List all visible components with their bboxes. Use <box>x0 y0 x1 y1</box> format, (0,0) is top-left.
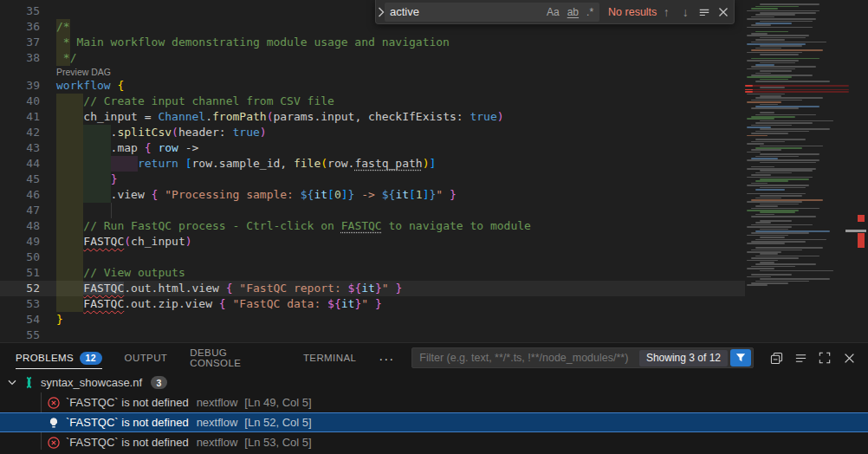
nextflow-file-icon <box>23 376 36 389</box>
regex-toggle[interactable]: .* <box>583 5 597 19</box>
problems-filter-box: Showing 3 of 12 <box>411 347 754 368</box>
line-number[interactable]: 40 <box>0 94 40 109</box>
code-line-45[interactable]: 45 } <box>0 172 745 187</box>
problems-count-badge: 12 <box>80 352 101 365</box>
line-number[interactable]: 53 <box>0 296 40 312</box>
problem-source: nextflow <box>197 416 238 429</box>
more-tabs-icon[interactable]: ··· <box>379 351 394 366</box>
code-line-53[interactable]: 53 FASTQC.out.zip.view { "FastQC data: $… <box>0 296 745 312</box>
line-number[interactable]: 35 <box>0 3 40 19</box>
minimap[interactable] <box>745 0 854 329</box>
line-number[interactable]: 42 <box>0 125 40 140</box>
code-text: FASTQC.out.zip.view { "FastQC data: ${it… <box>56 296 382 312</box>
chevron-down-icon[interactable] <box>5 379 19 386</box>
collapse-all-icon[interactable] <box>766 347 787 368</box>
indent-band <box>56 203 83 218</box>
code-line-41[interactable]: 41 ch_input = Channel.fromPath(params.in… <box>0 109 745 125</box>
code-lines[interactable]: 3536/*37 * Main workflow demonstrating m… <box>0 0 745 342</box>
whole-word-toggle[interactable]: ab <box>564 5 582 19</box>
codelens-preview-dag[interactable]: Preview DAG <box>56 66 111 78</box>
line-number[interactable]: 44 <box>0 156 40 172</box>
code-text: /* <box>56 19 70 35</box>
code-line-52[interactable]: 52 FASTQC.out.html.view { "FastQC report… <box>0 281 745 296</box>
tab-terminal[interactable]: TERMINAL <box>303 343 356 373</box>
problems-group-row[interactable]: syntax_showcase.nf 3 <box>0 373 868 392</box>
line-number[interactable]: 52 <box>0 281 40 296</box>
code-line-43[interactable]: 43 .map { row -> <box>0 140 745 156</box>
overview-ruler[interactable] <box>854 0 868 342</box>
find-next-button[interactable]: ↓ <box>676 3 695 22</box>
line-number[interactable]: 46 <box>0 187 40 203</box>
line-number[interactable]: 38 <box>0 50 40 66</box>
code-text: return [row.sample_id, file(row.fastq_pa… <box>56 156 436 172</box>
problem-row-3[interactable]: `FASTQC` is not definednextflow[Ln 53, C… <box>0 432 868 452</box>
code-line-37[interactable]: 37 * Main workflow demonstrating module … <box>0 35 745 50</box>
code-text: */ <box>56 50 76 66</box>
find-in-selection-button[interactable] <box>695 3 714 22</box>
match-case-toggle[interactable]: Aa <box>543 5 563 19</box>
code-line-44[interactable]: 44 return [row.sample_id, file(row.fastq… <box>0 156 745 172</box>
code-text: FASTQC.out.html.view { "FastQC report: $… <box>56 281 402 296</box>
group-file-name: syntax_showcase.nf <box>41 376 142 389</box>
code-line-38[interactable]: 38 */ <box>0 50 745 66</box>
line-number[interactable]: 49 <box>0 234 40 250</box>
code-text: .view { "Processing sample: ${it[0]} -> … <box>56 187 457 203</box>
line-number[interactable]: 47 <box>0 203 40 218</box>
line-number[interactable]: 54 <box>0 312 40 328</box>
error-icon <box>47 396 61 410</box>
code-line-55[interactable]: 55 <box>0 328 745 342</box>
line-number[interactable]: 51 <box>0 265 40 281</box>
tab-debug-console[interactable]: DEBUG CONSOLE <box>190 343 281 373</box>
line-number[interactable]: 37 <box>0 35 40 50</box>
code-line-50[interactable]: 50 <box>0 250 745 265</box>
line-number[interactable]: 48 <box>0 218 40 234</box>
problems-tree: syntax_showcase.nf 3 `FASTQC` is not def… <box>0 373 868 454</box>
code-text: } <box>56 312 63 328</box>
code-line-49[interactable]: 49 FASTQC(ch_input) <box>0 234 745 250</box>
vscode-window: 3536/*37 * Main workflow demonstrating m… <box>0 0 868 454</box>
code-line-54[interactable]: 54} <box>0 312 745 328</box>
code-line-39[interactable]: 39workflow { <box>0 78 745 94</box>
find-results-label: No results <box>608 6 657 18</box>
problems-filter-input[interactable] <box>419 352 639 364</box>
line-number[interactable]: 41 <box>0 109 40 125</box>
tab-problems[interactable]: PROBLEMS 12 <box>16 343 102 373</box>
filter-funnel-icon[interactable] <box>730 349 751 366</box>
problem-row-1[interactable]: `FASTQC` is not definednextflow[Ln 49, C… <box>0 392 868 412</box>
problem-row-2[interactable]: `FASTQC` is not definednextflow[Ln 52, C… <box>0 412 868 432</box>
find-actions: ↑ ↓ <box>657 3 733 22</box>
code-text: workflow { <box>56 78 124 94</box>
find-input[interactable] <box>390 5 542 18</box>
line-number[interactable]: 39 <box>0 78 40 94</box>
problem-message: `FASTQC` is not defined <box>66 396 189 409</box>
line-number[interactable]: 50 <box>0 250 40 265</box>
code-text: * Main workflow demonstrating module usa… <box>56 35 450 50</box>
maximize-panel-icon[interactable] <box>814 347 835 368</box>
code-text: // View outputs <box>56 265 185 281</box>
line-number[interactable]: 55 <box>0 328 40 342</box>
toggle-replace-chevron-icon[interactable] <box>378 3 385 22</box>
indent-band <box>56 250 83 265</box>
close-find-icon[interactable] <box>714 3 733 22</box>
view-as-table-icon[interactable] <box>790 347 811 368</box>
code-line-40[interactable]: 40 // Create input channel from CSV file <box>0 94 745 109</box>
code-line-48[interactable]: 48 // Run FastQC process - Ctrl-click on… <box>0 218 745 234</box>
editor-pane[interactable]: 3536/*37 * Main workflow demonstrating m… <box>0 0 868 342</box>
tab-output[interactable]: OUTPUT <box>125 343 168 373</box>
line-number[interactable]: 36 <box>0 19 40 35</box>
showing-count-badge: Showing 3 of 12 <box>639 350 728 366</box>
code-text: // Run FastQC process - Ctrl-click on FA… <box>56 218 531 234</box>
error-marker <box>858 233 865 248</box>
code-line-42[interactable]: 42 .splitCsv(header: true) <box>0 125 745 140</box>
find-input-box: Aa ab .* <box>385 3 599 22</box>
code-line-47[interactable]: 47 <box>0 203 745 218</box>
find-previous-button[interactable]: ↑ <box>657 3 676 22</box>
error-icon <box>47 436 61 450</box>
problem-message: `FASTQC` is not defined <box>66 416 189 429</box>
line-number[interactable]: 45 <box>0 172 40 187</box>
line-number[interactable]: 43 <box>0 140 40 156</box>
problem-source: nextflow <box>197 436 238 449</box>
close-panel-icon[interactable] <box>839 347 859 368</box>
code-line-46[interactable]: 46 .view { "Processing sample: ${it[0]} … <box>0 187 745 203</box>
code-line-51[interactable]: 51 // View outputs <box>0 265 745 281</box>
